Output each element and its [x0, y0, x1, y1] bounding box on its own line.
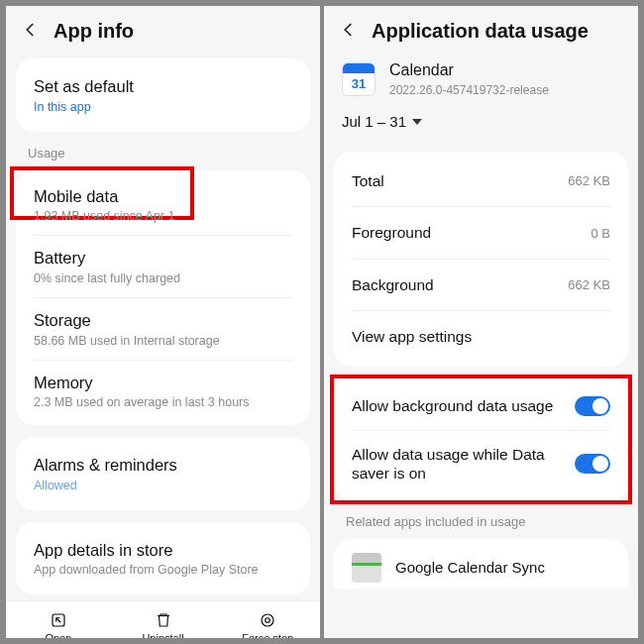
- date-range-label: Jul 1 – 31: [342, 113, 406, 130]
- alarms-card[interactable]: Alarms & reminders Allowed: [16, 437, 310, 510]
- app-info-screen: App info Set as default In this app Usag…: [6, 6, 320, 638]
- total-value: 662 KB: [568, 173, 610, 188]
- svg-point-3: [266, 618, 270, 623]
- app-name: Calendar: [389, 60, 549, 80]
- view-settings-label: View app settings: [352, 327, 472, 346]
- alarms-sub: Allowed: [34, 479, 292, 492]
- battery-label: Battery: [34, 248, 292, 268]
- set-default-label: Set as default: [34, 76, 292, 97]
- allow-saver-row[interactable]: Allow data usage while Data saver is on: [334, 431, 628, 497]
- mobile-data-label: Mobile data: [34, 186, 292, 207]
- force-stop-label: Force stop: [242, 632, 293, 638]
- bottom-bar: Open Uninstall Force stop: [6, 600, 320, 638]
- foreground-label: Foreground: [352, 223, 431, 242]
- storage-sub: 58.66 MB used in Internal storage: [34, 334, 292, 348]
- app-header: 31 Calendar 2022.26.0-457419732-release: [324, 53, 638, 103]
- total-label: Total: [352, 171, 384, 190]
- usage-heading: Usage: [6, 138, 320, 164]
- related-heading: Related apps included in usage: [324, 506, 638, 533]
- app-version: 2022.26.0-457419732-release: [389, 83, 549, 97]
- background-row: Background 662 KB: [334, 260, 628, 310]
- set-default-card[interactable]: Set as default In this app: [16, 58, 310, 132]
- memory-sub: 2.3 MB used on average in last 3 hours: [34, 395, 292, 409]
- background-value: 662 KB: [568, 277, 610, 292]
- chevron-down-icon: [412, 119, 422, 125]
- total-row: Total 662 KB: [334, 156, 628, 206]
- store-sub: App downloaded from Google Play Store: [34, 563, 292, 577]
- background-label: Background: [352, 275, 434, 294]
- uninstall-label: Uninstall: [142, 632, 183, 638]
- set-default-sub: In this app: [34, 100, 292, 114]
- calendar-icon-num: 31: [343, 73, 375, 95]
- memory-row[interactable]: Memory 2.3 MB used on average in last 3 …: [16, 361, 310, 422]
- header: App info: [6, 6, 320, 53]
- foreground-row: Foreground 0 B: [334, 207, 628, 258]
- allow-saver-toggle[interactable]: [575, 454, 610, 474]
- alarms-label: Alarms & reminders: [34, 455, 292, 476]
- memory-label: Memory: [34, 373, 292, 393]
- data-usage-screen: Application data usage 31 Calendar 2022.…: [324, 6, 638, 638]
- storage-row[interactable]: Storage 58.66 MB used in Internal storag…: [16, 298, 310, 360]
- battery-row[interactable]: Battery 0% since last fully charged: [16, 236, 310, 297]
- mobile-data-row[interactable]: Mobile data 1.93 MB used since Apr 1: [16, 174, 310, 236]
- related-card[interactable]: Google Calendar Sync: [334, 539, 628, 589]
- header: Application data usage: [324, 6, 638, 53]
- toggles-card: Allow background data usage Allow data u…: [334, 378, 628, 501]
- foreground-value: 0 B: [590, 226, 610, 241]
- usage-card: Mobile data 1.93 MB used since Apr 1 Bat…: [16, 170, 310, 426]
- calendar-icon: 31: [342, 62, 376, 96]
- back-icon[interactable]: [340, 21, 358, 43]
- allow-background-label: Allow background data usage: [352, 396, 563, 415]
- svg-line-1: [56, 618, 61, 623]
- open-label: Open: [45, 632, 71, 638]
- date-range-selector[interactable]: Jul 1 – 31: [324, 103, 638, 144]
- svg-point-2: [262, 614, 273, 626]
- force-stop-button[interactable]: Force stop: [215, 607, 320, 638]
- page-title: Application data usage: [372, 20, 589, 43]
- related-app-label: Google Calendar Sync: [395, 559, 545, 578]
- store-label: App details in store: [34, 540, 292, 561]
- sync-app-icon: [352, 553, 381, 583]
- allow-background-toggle[interactable]: [575, 396, 610, 416]
- page-title: App info: [54, 20, 134, 43]
- store-card[interactable]: App details in store App downloaded from…: [16, 522, 310, 595]
- view-settings-row[interactable]: View app settings: [334, 311, 628, 362]
- open-button[interactable]: Open: [6, 607, 111, 638]
- uninstall-button[interactable]: Uninstall: [111, 607, 216, 638]
- mobile-data-sub: 1.93 MB used since Apr 1: [34, 209, 292, 223]
- back-icon[interactable]: [22, 21, 40, 43]
- stats-card: Total 662 KB Foreground 0 B Background 6…: [334, 152, 628, 367]
- storage-label: Storage: [34, 310, 292, 331]
- allow-saver-label: Allow data usage while Data saver is on: [352, 445, 563, 483]
- allow-background-row[interactable]: Allow background data usage: [334, 382, 628, 430]
- battery-sub: 0% since last fully charged: [34, 271, 292, 285]
